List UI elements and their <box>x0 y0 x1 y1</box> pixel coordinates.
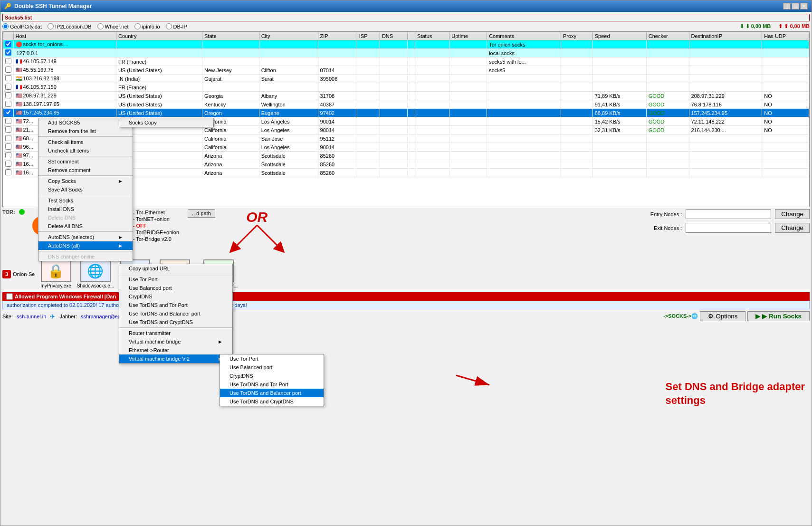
icon-shadowsocks[interactable]: 🌐 Shadowsocks.e... <box>77 259 114 288</box>
table-row[interactable]: 🇺🇸45.55.169.78 US (United States) New Je… <box>3 66 809 75</box>
title-bar-controls: _ ▭ ✕ <box>783 3 808 10</box>
ctx-autodns-selected[interactable]: AutoDNS (selected) <box>38 233 133 241</box>
ctx-virtual-machine-bridge-v2[interactable]: Virtual machine bridge V.2 <box>119 354 232 363</box>
row-checkbox[interactable] <box>5 169 11 175</box>
ctx-vmb-cryptdns[interactable]: CryptDNS <box>220 372 324 380</box>
row-checkbox[interactable] <box>5 118 11 124</box>
radio-dbip[interactable]: DB-IP <box>166 23 187 29</box>
ctx-autodns-all[interactable]: AutoDNS (all) <box>38 241 133 250</box>
ctx-copy-socks[interactable]: Copy Socks <box>38 177 133 185</box>
row-checkbox-cell <box>3 83 14 92</box>
row-status <box>415 66 449 75</box>
ctx-copy-upload-url[interactable]: Copy upload URL <box>119 264 232 273</box>
ctx-use-balanced-port-1[interactable]: Use Balanced port <box>119 284 232 292</box>
ctx-sep-5 <box>38 231 133 232</box>
entry-nodes-change-button[interactable]: Change <box>775 209 810 219</box>
shadowsocks-icon: 🌐 <box>87 263 104 279</box>
row-city <box>259 83 318 92</box>
ctx-virtual-machine-bridge[interactable]: Virtual machine bridge <box>119 337 232 346</box>
col-empty <box>407 32 415 40</box>
radio-ip2loc[interactable]: IP2Location.DB <box>48 23 91 29</box>
ctx-save-all-socks[interactable]: Save All Socks <box>38 185 133 194</box>
row-checkbox[interactable] <box>5 109 11 115</box>
icon-myprivacy-box: 🔒 <box>41 259 71 282</box>
row-speed <box>592 66 646 75</box>
radio-ipinfo[interactable]: ipinfo.io <box>134 23 160 29</box>
ctx-set-comment[interactable]: Set comment <box>38 157 133 166</box>
run-socks-button[interactable]: ▶ ▶ Run Socks <box>747 311 810 321</box>
ctx-ethernet-router[interactable]: Ethernet->Router <box>119 346 232 354</box>
row-host: 🇮🇳103.216.82.198 <box>13 75 116 83</box>
ctx-delete-all-dns[interactable]: Delete All DNS <box>38 222 133 230</box>
row-checkbox[interactable] <box>5 143 11 150</box>
exit-nodes-change-button[interactable]: Change <box>775 223 810 233</box>
ctx-remove-list[interactable]: Remove from the list <box>38 127 133 135</box>
row-checkbox[interactable] <box>5 75 11 81</box>
ctx-vmb-use-balanced-port[interactable]: Use Balanced port <box>220 363 324 372</box>
table-row[interactable]: 127.0.0.1 local socks <box>3 49 809 57</box>
row-uptime <box>449 75 487 83</box>
radio-dbip-input[interactable] <box>166 23 172 29</box>
row-city: Los Angeles <box>259 117 318 126</box>
ctx-vmb-tordns-crypt[interactable]: Use TorDNS and CryptDNS <box>220 397 324 406</box>
firewall-checkbox[interactable] <box>6 293 13 300</box>
jabber-label: Jabber: <box>59 314 77 319</box>
table-row[interactable]: 🇺🇸138.197.197.65 US (United States) Kent… <box>3 100 809 109</box>
radio-whoer-input[interactable] <box>97 23 104 29</box>
row-status <box>415 40 449 49</box>
arrow-svg <box>229 225 286 254</box>
row-checkbox[interactable] <box>5 101 11 107</box>
close-button[interactable]: ✕ <box>800 3 808 10</box>
row-dns <box>380 126 407 134</box>
row-checkbox[interactable] <box>5 161 11 167</box>
ctx-remove-comment[interactable]: Remove comment <box>38 166 133 174</box>
ctx-vmb-tordns-balancer[interactable]: Use TorDNS and Balancer port <box>220 389 324 397</box>
ctx-use-tor-port-1[interactable]: Use Tor Port <box>119 275 232 284</box>
row-checkbox[interactable] <box>5 67 11 73</box>
radio-geolpcity-input[interactable] <box>2 23 9 29</box>
radio-ipinfo-input[interactable] <box>134 23 141 29</box>
ctx-test-socks[interactable]: Test Socks <box>38 196 133 205</box>
ctx-cryptdns-1[interactable]: CryptDNS <box>119 292 232 301</box>
row-checkbox[interactable] <box>5 49 11 56</box>
exit-nodes-input[interactable] <box>686 223 771 233</box>
col-state: State <box>202 32 259 40</box>
row-checkbox[interactable] <box>5 135 11 141</box>
radio-ip2loc-input[interactable] <box>48 23 54 29</box>
ctx-tordns-balancer-1[interactable]: Use TorDNS and Balancer port <box>119 309 232 318</box>
minimize-button[interactable]: _ <box>783 3 791 10</box>
table-row[interactable]: 🇫🇷46.105.57.150 FR (France) <box>3 83 809 92</box>
row-checkbox[interactable] <box>5 92 11 98</box>
row-checkbox[interactable] <box>5 152 11 158</box>
row-checkbox[interactable] <box>5 126 11 133</box>
ctx-tordns-tor-port-1[interactable]: Use TorDNS and Tor Port <box>119 301 232 309</box>
ctx-socks-copy[interactable]: Socks Copy <box>119 118 213 127</box>
ctx-vmb-tordns-tor-port[interactable]: Use TorDNS and Tor Port <box>220 380 324 389</box>
table-row[interactable]: 🇫🇷46.105.57.149 FR (France) socks5 with … <box>3 57 809 66</box>
row-checkbox[interactable] <box>5 58 11 64</box>
table-row[interactable]: 🇺🇸208.97.31.229 US (United States) Georg… <box>3 92 809 100</box>
row-checkbox[interactable] <box>5 41 11 47</box>
radio-whoer[interactable]: Whoer.net <box>97 23 129 29</box>
table-row[interactable]: 🇮🇳103.216.82.198 IN (India) Gujarat Sura… <box>3 75 809 83</box>
ctx-check-all[interactable]: Check all items <box>38 138 133 146</box>
row-checkbox[interactable] <box>5 84 11 90</box>
ctx-tordns-crypt-1[interactable]: Use TorDNS and CryptDNS <box>119 318 232 326</box>
ctx-install-dns[interactable]: Install DNS <box>38 205 133 213</box>
table-row[interactable]: 🔴socks-tor_onions.... Tor onion socks <box>3 40 809 49</box>
icon-myprivacy[interactable]: 🔒 myPrivacy.exe <box>40 259 71 288</box>
upload-path-button[interactable]: ...d path <box>188 209 215 218</box>
ctx-vmb-use-tor-port[interactable]: Use Tor Port <box>220 354 324 363</box>
site-link[interactable]: ssh-tunnel.in <box>17 314 46 319</box>
row-isp <box>357 160 380 169</box>
restore-button[interactable]: ▭ <box>792 3 799 10</box>
ctx-router-transmitter[interactable]: Router transmitter <box>119 329 232 337</box>
table-row[interactable]: 🇺🇸157.245.234.95 US (United States) Oreg… <box>3 109 809 117</box>
row-status <box>415 57 449 66</box>
entry-nodes-input[interactable] <box>686 209 771 219</box>
row-empty <box>407 152 415 160</box>
ctx-uncheck-all[interactable]: Uncheck all items <box>38 146 133 155</box>
options-button[interactable]: ⚙ Options <box>700 311 745 321</box>
exit-nodes-row: Exit Nodes : Change <box>644 223 810 233</box>
radio-geolpcity[interactable]: GeolPCity.dat <box>2 23 42 29</box>
